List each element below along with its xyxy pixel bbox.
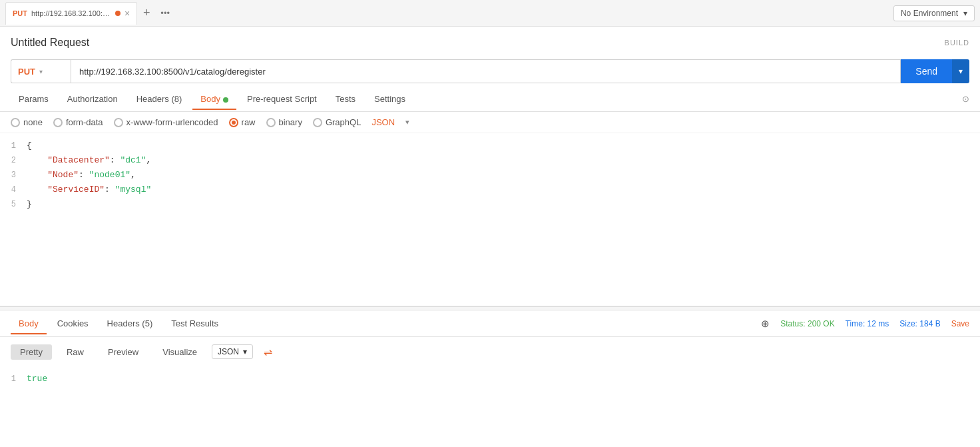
tab-body[interactable]: Body (192, 89, 236, 109)
response-meta: ⊕ Status: 200 OK Time: 12 ms Size: 184 B… (761, 318, 969, 330)
body-options: none form-data x-www-form-urlencoded raw… (0, 112, 980, 133)
tab-bar: PUT http://192.168.32.100:8500/v1/... × … (0, 0, 980, 27)
method-caret-icon: ▾ (39, 68, 43, 75)
save-response-button[interactable]: Save (951, 319, 969, 328)
radio-graphql (313, 118, 322, 127)
resp-format-visualize[interactable]: Visualize (153, 344, 206, 360)
tab-url-display: http://192.168.32.100:8500/v1/... (31, 9, 111, 17)
request-pane: Untitled Request BUILD PUT ▾ Send ▾ Para… (0, 27, 980, 306)
option-graphql[interactable]: GraphQL (313, 117, 361, 127)
tab-modified-dot (115, 11, 121, 16)
tab-method-label: PUT (13, 9, 27, 17)
send-button[interactable]: Send (901, 59, 952, 83)
headers-label: Headers (136, 94, 169, 104)
radio-none (11, 118, 20, 127)
code-line-3: 3 "Node": "node01", (0, 168, 980, 183)
response-pane: Body Cookies Headers (5) Test Results ⊕ … (0, 310, 980, 447)
resp-format-raw[interactable]: Raw (57, 344, 93, 360)
size-value: 184 B (919, 319, 940, 328)
resp-json-label: JSON (218, 347, 239, 356)
resp-tab-headers[interactable]: Headers (5) (99, 313, 161, 334)
radio-binary (266, 118, 276, 127)
option-urlencoded[interactable]: x-www-form-urlencoded (114, 117, 218, 127)
option-none[interactable]: none (11, 117, 43, 127)
time-value: 12 ms (867, 319, 889, 328)
method-select[interactable]: PUT ▾ (11, 59, 71, 83)
globe-icon: ⊕ (761, 318, 770, 330)
response-status: Status: 200 OK (780, 319, 834, 328)
url-input[interactable] (71, 59, 901, 83)
resp-tab-cookies[interactable]: Cookies (49, 313, 97, 334)
more-tabs-button[interactable]: ••• (156, 4, 174, 23)
tab-close-icon[interactable]: × (124, 8, 130, 19)
copy-icon: ⊙ (962, 94, 969, 104)
main-container: Untitled Request BUILD PUT ▾ Send ▾ Para… (0, 27, 980, 447)
resp-json-caret-icon: ▾ (243, 347, 247, 356)
radio-form-data (53, 118, 63, 127)
resp-line-number-1: 1 (0, 372, 27, 386)
resp-json-select[interactable]: JSON ▾ (212, 344, 253, 359)
line-number-1: 1 (0, 139, 27, 153)
response-options: Pretty Raw Preview Visualize JSON ▾ ⇌ (0, 337, 980, 366)
tab-settings[interactable]: Settings (366, 89, 413, 109)
resp-line-content-1: true (27, 372, 980, 386)
resp-format-pretty[interactable]: Pretty (11, 344, 52, 360)
resp-tab-test-results[interactable]: Test Results (163, 313, 226, 334)
line-number-5: 5 (0, 197, 27, 212)
add-tab-button[interactable]: + (137, 4, 156, 23)
line-content-4: "ServiceID": "mysql" (27, 183, 980, 197)
code-line-4: 4 "ServiceID": "mysql" (0, 183, 980, 197)
line-content-1: { (27, 139, 980, 153)
response-time: Time: 12 ms (846, 319, 889, 328)
env-caret-icon: ▾ (963, 9, 967, 18)
option-raw[interactable]: raw (229, 117, 256, 127)
headers-badge: (8) (169, 94, 182, 104)
line-content-5: } (27, 197, 980, 212)
resp-code-line-1: 1 true (0, 372, 980, 386)
resp-wrap-icon[interactable]: ⇌ (258, 342, 277, 361)
status-value: 200 OK (808, 319, 835, 328)
line-number-2: 2 (0, 153, 27, 168)
option-form-data[interactable]: form-data (53, 117, 103, 127)
env-selector-label: No Environment (901, 9, 958, 18)
resp-format-preview[interactable]: Preview (99, 344, 148, 360)
request-tab[interactable]: PUT http://192.168.32.100:8500/v1/... × (5, 2, 137, 25)
radio-raw (229, 118, 238, 127)
tab-tests[interactable]: Tests (328, 89, 364, 109)
response-size: Size: 184 B (899, 319, 940, 328)
json-format-caret-icon[interactable]: ▾ (405, 118, 409, 127)
resp-tab-body[interactable]: Body (11, 313, 47, 334)
build-button[interactable]: BUILD (945, 39, 969, 47)
request-title-bar: Untitled Request BUILD (0, 27, 980, 56)
send-dropdown-button[interactable]: ▾ (952, 59, 969, 83)
code-line-1: 1 { (0, 139, 980, 153)
request-title: Untitled Request (11, 37, 89, 49)
url-bar: PUT ▾ Send ▾ (0, 56, 980, 87)
code-editor[interactable]: 1 { 2 "Datacenter": "dc1", 3 "Node": "no… (0, 133, 980, 306)
tab-authorization[interactable]: Authorization (59, 89, 126, 109)
response-code: 1 true (0, 366, 980, 392)
line-number-3: 3 (0, 168, 27, 183)
tab-params[interactable]: Params (11, 89, 57, 109)
tab-pre-request[interactable]: Pre-request Script (239, 89, 325, 109)
line-content-2: "Datacenter": "dc1", (27, 153, 980, 168)
json-format-label[interactable]: JSON (371, 117, 395, 127)
send-button-group: Send ▾ (901, 59, 969, 83)
option-binary[interactable]: binary (266, 117, 302, 127)
code-line-2: 2 "Datacenter": "dc1", (0, 153, 980, 168)
body-active-dot (223, 97, 228, 103)
line-content-3: "Node": "node01", (27, 168, 980, 183)
request-tabs: Params Authorization Headers (8) Body Pr… (0, 87, 980, 112)
code-line-5: 5 } (0, 197, 980, 212)
environment-selector[interactable]: No Environment ▾ (893, 5, 975, 21)
radio-urlencoded (114, 118, 123, 127)
line-number-4: 4 (0, 183, 27, 197)
tab-headers[interactable]: Headers (8) (128, 89, 190, 109)
method-label: PUT (18, 67, 35, 77)
response-tabs: Body Cookies Headers (5) Test Results ⊕ … (0, 310, 980, 337)
